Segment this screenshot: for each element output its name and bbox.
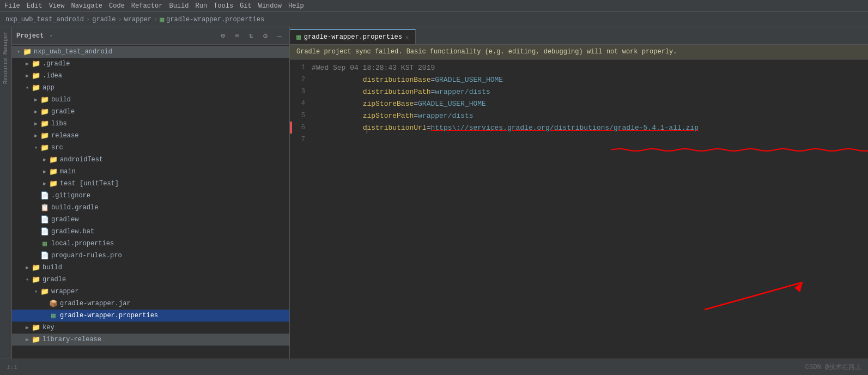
- menu-item-git[interactable]: Git: [240, 2, 252, 10]
- tree-label-main: main: [60, 168, 285, 176]
- localprops-icon: ▦: [40, 239, 49, 248]
- menu-item-edit[interactable]: Edit: [27, 2, 43, 10]
- tree-label-gradle-top: gradle: [43, 276, 285, 283]
- collapse-all-button[interactable]: ≡: [232, 31, 242, 41]
- tab-close-button[interactable]: ✕: [405, 34, 409, 41]
- breadcrumb-root[interactable]: nxp_uwb_test_android: [5, 16, 84, 23]
- key-6b: stributionUrl: [371, 124, 426, 132]
- folder-icon-key: 📁: [32, 323, 40, 332]
- menu-item-refactor[interactable]: Refactor: [131, 2, 163, 10]
- menu-item-window[interactable]: Window: [258, 2, 282, 10]
- menu-item-code[interactable]: Code: [109, 2, 125, 10]
- folder-icon-wrapper: 📁: [40, 287, 49, 296]
- tree-item-localprops[interactable]: ▶ ▦ local.properties: [12, 238, 289, 250]
- breadcrumb-sep-1: ›: [86, 16, 90, 23]
- gitignore-icon: 📄: [40, 191, 49, 200]
- menu-item-run[interactable]: Run: [195, 2, 207, 10]
- tree-label-app-libs: libs: [51, 120, 285, 128]
- tree-label-key: key: [43, 324, 285, 331]
- menu-item-tools[interactable]: Tools: [214, 2, 233, 10]
- tree-arrow-build-top: ▶: [23, 263, 32, 272]
- breadcrumb-part-wrapper[interactable]: wrapper: [124, 16, 151, 23]
- tree-label-app-gradle: gradle: [51, 108, 285, 116]
- tree-item-app[interactable]: ▾ 📁 app: [12, 82, 289, 94]
- expand-button[interactable]: ⇅: [246, 31, 257, 41]
- scroll-to-source-button[interactable]: ⊕: [217, 31, 228, 41]
- tree-arrow-app-src: ▾: [32, 143, 40, 152]
- tree-item-app-src[interactable]: ▾ 📁 src: [12, 142, 289, 154]
- tree-arrow-root: ▾: [14, 47, 23, 56]
- tree-item-gradlewrapperprops[interactable]: ▶ ▦ gradle-wrapper.properties: [12, 310, 289, 322]
- tree-item-gitignore[interactable]: ▶ 📄 .gitignore: [12, 190, 289, 202]
- tree-arrow-app-release: ▶: [32, 131, 40, 140]
- tree-item-dotgradle[interactable]: ▶ 📁 .gradle: [12, 58, 289, 70]
- tree-label-androidtest: androidTest: [60, 156, 285, 164]
- project-title: Project: [16, 32, 44, 40]
- tree-item-androidtest[interactable]: ▶ 📁 androidTest: [12, 154, 289, 166]
- tree-item-gradlew[interactable]: ▶ 📄 gradlew: [12, 214, 289, 226]
- main-area: Resource Manager Project ▾ ⊕ ≡ ⇅ ⚙ — ▾ 📁…: [0, 27, 868, 359]
- tree-item-gradlewrapperjar[interactable]: ▶ 📦 gradle-wrapper.jar: [12, 298, 289, 310]
- tree-item-app-release[interactable]: ▶ 📁 release: [12, 130, 289, 142]
- tree-item-gradlewbat[interactable]: ▶ 📄 gradlew.bat: [12, 226, 289, 238]
- editor-content[interactable]: 1 #Wed Sep 04 18:28:43 KST 2019 2 distri…: [290, 59, 868, 359]
- breadcrumb-filename: gradle-wrapper.properties: [166, 16, 264, 23]
- breadcrumb: nxp_uwb_test_android › gradle › wrapper …: [0, 12, 868, 27]
- tree-item-app-build[interactable]: ▶ 📁 build: [12, 94, 289, 106]
- warning-bar: Gradle project sync failed. Basic functi…: [290, 45, 868, 59]
- breadcrumb-part-gradle[interactable]: gradle: [92, 16, 116, 23]
- tree-arrow-dotgradle: ▶: [23, 59, 32, 68]
- tree-label-proguard: proguard-rules.pro: [51, 252, 285, 259]
- folder-icon-app-build: 📁: [40, 95, 49, 104]
- tree-item-main[interactable]: ▶ 📁 main: [12, 166, 289, 178]
- tree-item-root[interactable]: ▾ 📁 nxp_uwb_test_android: [12, 46, 289, 58]
- tree-item-buildgradle[interactable]: ▶ 📋 build.gradle: [12, 202, 289, 214]
- tree-item-test[interactable]: ▶ 📁 test [unitTest]: [12, 178, 289, 190]
- folder-icon-build-top: 📁: [32, 263, 40, 272]
- settings-button[interactable]: ⚙: [260, 31, 271, 41]
- menu-item-build[interactable]: Build: [169, 2, 189, 10]
- tree-item-libraryrelease[interactable]: ▶ 📁 library-release: [12, 334, 289, 346]
- tree-item-key[interactable]: ▶ 📁 key: [12, 322, 289, 334]
- tree-label-libraryrelease: library-release: [43, 336, 285, 343]
- resource-manager-label[interactable]: Resource Manager: [3, 32, 9, 84]
- gradlewbat-icon: 📄: [40, 227, 49, 236]
- folder-icon-app: 📁: [32, 83, 40, 92]
- breadcrumb-sep-2: ›: [118, 16, 122, 23]
- properties-icon: ▦: [160, 15, 164, 24]
- tree-label-wrapper: wrapper: [51, 288, 285, 295]
- menu-item-file[interactable]: File: [4, 2, 20, 10]
- gradlewrapperprops-icon: ▦: [49, 311, 58, 320]
- menu-item-view[interactable]: View: [49, 2, 65, 10]
- sidebar-vertical: Resource Manager: [0, 27, 12, 359]
- error-marker-6: [290, 122, 292, 134]
- menu-item-help[interactable]: Help: [288, 2, 304, 10]
- tree-item-wrapper[interactable]: ▾ 📁 wrapper: [12, 286, 289, 298]
- tree-item-gradle-top[interactable]: ▾ 📁 gradle: [12, 274, 289, 286]
- tree-item-build-top[interactable]: ▶ 📁 build: [12, 262, 289, 274]
- breadcrumb-file[interactable]: ▦ gradle-wrapper.properties: [160, 15, 264, 24]
- watermark: CSDN @技术在路上: [805, 362, 861, 372]
- proguard-icon: 📄: [40, 251, 49, 260]
- tree-item-dotidea[interactable]: ▶ 📁 .idea: [12, 70, 289, 82]
- cursor-pos-6: i: [367, 124, 371, 132]
- editor-tab-gradleprops[interactable]: ▦ gradle-wrapper.properties ✕: [290, 29, 416, 44]
- tree-label-build-top: build: [43, 264, 285, 271]
- tree-label-gradlewrapperjar: gradle-wrapper.jar: [60, 300, 285, 307]
- menu-item-navigate[interactable]: Navigate: [71, 2, 102, 10]
- tree-arrow-key: ▶: [23, 323, 32, 332]
- svg-marker-1: [794, 282, 803, 292]
- hide-button[interactable]: —: [274, 31, 285, 41]
- status-text: 1:1: [7, 364, 17, 371]
- warning-text: Gradle project sync failed. Basic functi…: [296, 48, 677, 56]
- tree-item-app-libs[interactable]: ▶ 📁 libs: [12, 118, 289, 130]
- tree-item-proguard[interactable]: ▶ 📄 proguard-rules.pro: [12, 250, 289, 262]
- buildgradle-icon: 📋: [40, 203, 49, 212]
- file-tree: ▾ 📁 nxp_uwb_test_android ▶ 📁 .gradle ▶ 📁…: [12, 45, 289, 359]
- folder-icon-libraryrelease: 📁: [32, 335, 40, 344]
- tree-arrow-test: ▶: [40, 179, 49, 188]
- tree-item-app-gradle[interactable]: ▶ 📁 gradle: [12, 106, 289, 118]
- tree-label-root: nxp_uwb_test_android: [34, 48, 285, 56]
- tree-arrow-app-gradle: ▶: [32, 107, 40, 116]
- tab-label-gradleprops: gradle-wrapper.properties: [304, 33, 402, 41]
